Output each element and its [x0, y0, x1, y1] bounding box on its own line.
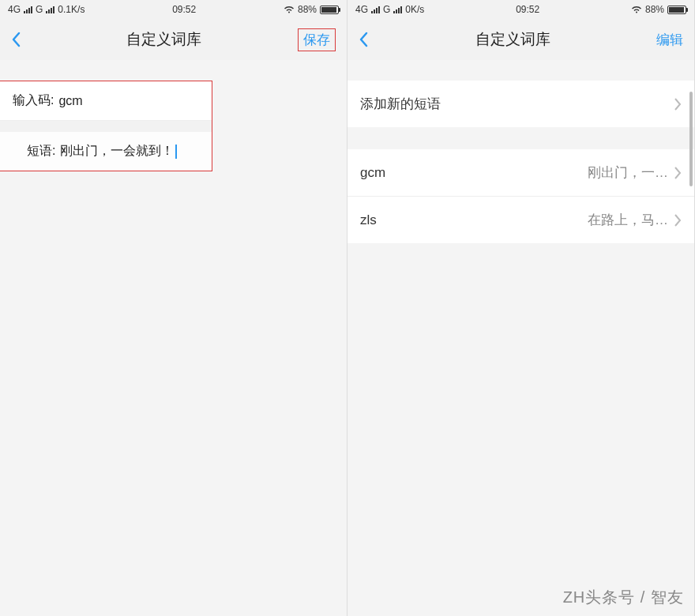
wifi-icon [284, 6, 295, 13]
battery-icon [667, 6, 686, 14]
phrase-row[interactable]: 短语: 刚出门，一会就到！ [0, 132, 212, 171]
add-phrase-label: 添加新的短语 [360, 95, 441, 113]
battery-pct: 88% [645, 4, 664, 15]
input-code-label: 输入码: [13, 92, 54, 109]
chevron-right-icon [674, 98, 682, 111]
screen-list: 4G G 0K/s 09:52 88% 自定义词库 编辑 添加新的短语 [348, 0, 695, 616]
status-time: 09:52 [172, 4, 196, 15]
signal-bars-icon [46, 6, 54, 13]
edit-button[interactable]: 编辑 [648, 31, 683, 49]
nav-bar: 自定义词库 保存 [0, 19, 347, 60]
nav-bar: 自定义词库 编辑 [348, 19, 694, 60]
watermark: ZH头条号 / 智友 [563, 587, 684, 608]
phrase-value: 刚出门，一会就到！ [60, 143, 174, 160]
input-code-row[interactable]: 输入码: gcm [0, 81, 212, 121]
page-title: 自定义词库 [126, 29, 201, 50]
phrase-item[interactable]: gcm 刚出门，一… [348, 149, 694, 196]
battery-icon [320, 6, 339, 14]
content-area: 添加新的短语 gcm 刚出门，一… zls 在路上，马… [348, 60, 694, 616]
status-bar: 4G G 0K/s 09:52 88% [348, 0, 694, 19]
signal-bars-icon [393, 6, 402, 13]
signal-bars-icon [371, 6, 380, 13]
data-speed: 0.1K/s [58, 4, 85, 15]
sim-label: G [36, 4, 43, 15]
battery-pct: 88% [298, 4, 317, 15]
net-label: 4G [8, 4, 21, 15]
status-time: 09:52 [516, 4, 539, 15]
sim-label: G [383, 4, 390, 15]
page-title: 自定义词库 [475, 29, 550, 50]
highlighted-form: 输入码: gcm 短语: 刚出门，一会就到！ [0, 81, 212, 171]
scrollbar[interactable] [689, 92, 693, 186]
data-speed: 0K/s [405, 4, 424, 15]
text-cursor-icon [175, 145, 177, 159]
phrase-item[interactable]: zls 在路上，马… [348, 196, 694, 243]
input-code-value: gcm [58, 94, 82, 108]
phrase-label: 短语: [27, 143, 55, 160]
save-button[interactable]: 保存 [298, 28, 336, 51]
phrase-preview: 在路上，马… [588, 211, 668, 229]
status-bar: 4G G 0.1K/s 09:52 88% [0, 0, 347, 19]
wifi-icon [631, 6, 642, 13]
phrase-code: gcm [360, 165, 385, 181]
net-label: 4G [355, 4, 368, 15]
screen-edit: 4G G 0.1K/s 09:52 88% 自定义词库 保存 输入码: gcm [0, 0, 348, 616]
back-button[interactable] [359, 32, 378, 47]
signal-bars-icon [24, 6, 32, 13]
chevron-right-icon [674, 214, 682, 227]
back-button[interactable] [11, 32, 30, 47]
phrase-preview: 刚出门，一… [588, 163, 668, 182]
content-area: 输入码: gcm 短语: 刚出门，一会就到！ [0, 60, 347, 616]
chevron-right-icon [674, 167, 682, 179]
add-phrase-row[interactable]: 添加新的短语 [348, 81, 694, 127]
phrase-code: zls [360, 212, 377, 228]
